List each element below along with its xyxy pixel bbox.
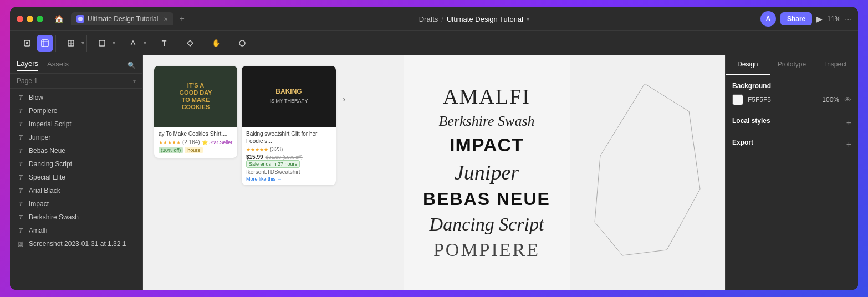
drafts-link[interactable]: Drafts xyxy=(419,15,438,23)
visibility-icon[interactable]: 👁 xyxy=(844,95,851,104)
layer-name: Arial Black xyxy=(29,187,60,194)
layer-item[interactable]: TPompiere xyxy=(10,104,142,117)
right-arrow-icon[interactable]: › xyxy=(343,94,345,104)
share-button[interactable]: Share xyxy=(780,12,812,25)
background-color-row: F5F5F5 100% 👁 xyxy=(732,94,851,105)
svg-marker-10 xyxy=(187,40,193,46)
text-layer-icon: T xyxy=(17,201,24,207)
layer-name: Dancing Script xyxy=(29,160,72,168)
local-styles-label: Local styles xyxy=(732,117,770,125)
maximize-button[interactable] xyxy=(37,16,43,22)
product-cards-section: IT'S AGOOD DAYTO MAKECOOKIES ay To Make … xyxy=(154,66,359,185)
design-tab[interactable]: Design xyxy=(726,55,770,75)
time-badge-1: hours xyxy=(185,147,203,153)
product-title-2: Baking sweatshirt Gift for her Foodie s.… xyxy=(246,130,331,145)
product-title-1: ay To Make Cookies Shirt,... xyxy=(159,130,233,137)
layer-item[interactable]: TImpact xyxy=(10,197,142,211)
product-reviews-1: ★★★★★ (2,164) ⭐ Star Seller xyxy=(159,139,233,145)
text-layer-icon: T xyxy=(17,161,24,167)
layer-item[interactable]: TBebas Neue xyxy=(10,144,142,157)
inspect-tab[interactable]: Inspect xyxy=(814,55,858,75)
home-icon[interactable]: 🏠 xyxy=(53,13,64,24)
shape-tool-button[interactable] xyxy=(94,35,110,52)
layer-item[interactable]: TDancing Script xyxy=(10,157,142,171)
active-tab[interactable]: Ultimate Design Tutorial ✕ xyxy=(71,12,173,25)
text-layer-icon: T xyxy=(17,214,24,221)
background-color-value[interactable]: F5F5F5 xyxy=(748,96,818,104)
svg-rect-3 xyxy=(42,40,48,47)
star-rating-2: ★★★★★ xyxy=(246,147,268,152)
app-window: 🏠 Ultimate Design Tutorial ✕ + Drafts / … xyxy=(10,7,858,290)
canvas-content: IT'S AGOOD DAYTO MAKECOOKIES ay To Make … xyxy=(143,55,725,290)
tool-group-hand: ✋ xyxy=(206,35,227,52)
layer-item[interactable]: TBlow xyxy=(10,91,142,104)
review-count-2: (323) xyxy=(270,146,283,152)
local-styles-header: Local styles + xyxy=(732,117,851,129)
more-like-link-2[interactable]: More like this → xyxy=(246,176,331,182)
pen-tool-button[interactable] xyxy=(125,35,141,52)
background-section-label: Background xyxy=(732,82,851,90)
font-pompiere-label: POMPIERE xyxy=(433,239,540,260)
tool-group-main xyxy=(17,35,56,52)
star-seller-badge-1: ⭐ Star Seller xyxy=(202,140,233,145)
layers-tab[interactable]: Layers xyxy=(17,59,38,71)
minimize-button[interactable] xyxy=(27,16,33,22)
play-button[interactable]: ▶ xyxy=(816,14,823,23)
assets-tab[interactable]: Assets xyxy=(47,60,69,70)
text-layer-icon: T xyxy=(17,94,24,101)
layer-item[interactable]: TImperial Script xyxy=(10,117,142,131)
toolbar: ▾ ▾ ▾ T ✋ xyxy=(10,30,858,55)
layer-item[interactable]: TArial Black xyxy=(10,184,142,197)
text-tool-button[interactable]: T xyxy=(156,35,172,52)
layer-item[interactable]: TBerkshire Swash xyxy=(10,211,142,224)
chevron-down-icon[interactable]: ▾ xyxy=(527,16,529,22)
canvas-area[interactable]: IT'S AGOOD DAYTO MAKECOOKIES ay To Make … xyxy=(143,55,725,290)
shape-sketch-svg xyxy=(578,78,711,267)
user-avatar[interactable]: A xyxy=(760,11,776,27)
close-button[interactable] xyxy=(17,16,23,22)
transform-tool-button[interactable] xyxy=(63,35,79,52)
image-layer-icon: 🖼 xyxy=(17,241,24,247)
layer-item[interactable]: TJuniper xyxy=(10,131,142,144)
prototype-tab[interactable]: Prototype xyxy=(770,55,814,75)
discount-badge-1: (30% off) xyxy=(159,147,183,153)
background-opacity-value[interactable]: 100% xyxy=(822,96,839,104)
product-card-2[interactable]: BAKINGIS MY THERAPY Baking sweatshirt Gi… xyxy=(242,66,336,185)
text-layer-icon: T xyxy=(17,107,24,114)
add-local-style-button[interactable]: + xyxy=(846,118,851,128)
svg-line-14 xyxy=(667,189,700,250)
layer-name: Imperial Script xyxy=(29,120,72,128)
section-divider-1 xyxy=(732,112,851,112)
review-count-1: (2,164) xyxy=(182,139,200,145)
page-selector[interactable]: Page 1 ▾ xyxy=(10,74,142,89)
layer-name: Bebas Neue xyxy=(29,147,65,155)
layer-item[interactable]: 🖼Screenshot 2023-01-31 at 1.32 1 xyxy=(10,237,142,250)
project-title: Ultimate Design Tutorial xyxy=(447,15,523,23)
font-amalfi-label: AMALFI xyxy=(443,84,530,109)
layer-item[interactable]: TSpecial Elite xyxy=(10,171,142,184)
layer-name: Screenshot 2023-01-31 at 1.32 1 xyxy=(29,240,126,248)
product-card-1[interactable]: IT'S AGOOD DAYTO MAKECOOKIES ay To Make … xyxy=(154,66,237,158)
layer-name: Impact xyxy=(29,200,49,208)
frame-tool-button[interactable] xyxy=(37,35,53,52)
hand-tool-button[interactable]: ✋ xyxy=(208,35,224,52)
layer-item[interactable]: TAmalfi xyxy=(10,224,142,237)
new-tab-button[interactable]: + xyxy=(176,14,187,24)
export-label: Export xyxy=(732,139,753,146)
product-image-1: IT'S AGOOD DAYTO MAKECOOKIES xyxy=(154,66,237,127)
svg-line-13 xyxy=(689,111,700,189)
seller-name-2: IkersonLTDSweatshirt xyxy=(246,169,331,175)
layer-name: Blow xyxy=(29,94,43,101)
add-export-button[interactable]: + xyxy=(846,140,851,150)
tab-close-icon[interactable]: ✕ xyxy=(164,16,168,22)
component-tool-button[interactable] xyxy=(182,35,198,52)
zoom-level[interactable]: 11% xyxy=(827,15,840,23)
tab-area: Ultimate Design Tutorial ✕ + xyxy=(71,12,188,25)
comment-tool-button[interactable] xyxy=(234,35,251,52)
layer-name: Amalfi xyxy=(29,227,47,234)
panel-search-area: 🔍 xyxy=(127,62,136,69)
background-color-swatch[interactable] xyxy=(732,94,743,105)
select-tool-button[interactable] xyxy=(19,35,35,52)
search-icon[interactable]: 🔍 xyxy=(127,62,136,69)
more-options-icon[interactable]: ··· xyxy=(845,14,851,23)
